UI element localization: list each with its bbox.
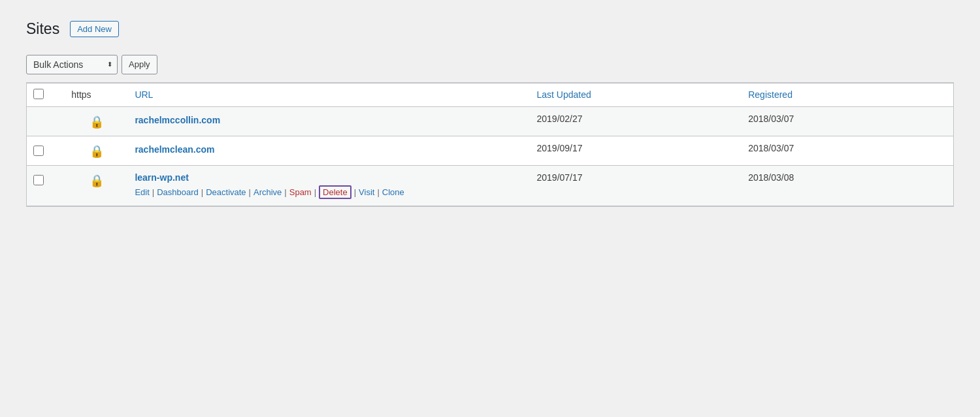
row-action-visit[interactable]: Visit xyxy=(359,187,374,197)
table-row: 🔒 rachelmclean.com 2019/09/17 2018/03/07 xyxy=(27,136,953,165)
table-row: 🔒 rachelmccollin.com 2019/02/27 2018/03/… xyxy=(27,106,953,136)
row-registered-cell: 2018/03/07 xyxy=(742,106,953,136)
bulk-actions-select[interactable]: Bulk Actions Delete xyxy=(26,55,118,74)
add-new-button[interactable]: Add New xyxy=(70,21,119,37)
row-url-cell: rachelmccollin.com xyxy=(128,106,530,136)
select-all-checkbox[interactable] xyxy=(33,89,44,99)
page-header: Sites Add New xyxy=(26,20,954,39)
row-action-clone[interactable]: Clone xyxy=(382,187,404,197)
lock-icon: 🔒 xyxy=(71,174,122,188)
row-last-updated-cell: 2019/09/17 xyxy=(530,136,742,165)
bulk-actions-wrapper: Bulk Actions Delete ⬍ xyxy=(26,55,118,74)
row-select-checkbox[interactable] xyxy=(33,175,44,185)
row-registered-cell: 2018/03/07 xyxy=(742,136,953,165)
sites-table: https URL Last Updated Registered 🔒 rach… xyxy=(27,83,953,206)
col-header-https: https xyxy=(65,83,128,106)
row-action-archive[interactable]: Archive xyxy=(253,187,282,197)
site-url-link[interactable]: rachelmclean.com xyxy=(135,144,214,155)
site-url-link[interactable]: rachelmccollin.com xyxy=(135,115,220,125)
row-checkbox-cell xyxy=(27,106,65,136)
separator: | xyxy=(152,187,154,197)
table-header-row: https URL Last Updated Registered xyxy=(27,83,953,106)
toolbar: Bulk Actions Delete ⬍ Apply xyxy=(26,55,954,74)
row-action-dashboard[interactable]: Dashboard xyxy=(157,187,199,197)
row-action-delete[interactable]: Delete xyxy=(319,185,351,199)
sites-table-wrapper: https URL Last Updated Registered 🔒 rach… xyxy=(26,82,954,207)
apply-button[interactable]: Apply xyxy=(122,55,157,74)
row-action-spam[interactable]: Spam xyxy=(289,187,312,197)
separator: | xyxy=(377,187,379,197)
separator: | xyxy=(314,187,316,197)
row-checkbox-cell xyxy=(27,165,65,206)
table-row: 🔒 learn-wp.net Edit | Dashboard | Deacti… xyxy=(27,165,953,206)
col-header-registered[interactable]: Registered xyxy=(742,83,953,106)
row-last-updated-cell: 2019/07/17 xyxy=(530,165,742,206)
col-header-last-updated[interactable]: Last Updated xyxy=(530,83,742,106)
page-title: Sites xyxy=(26,20,59,39)
separator: | xyxy=(201,187,203,197)
separator: | xyxy=(354,187,356,197)
col-header-url[interactable]: URL xyxy=(128,83,530,106)
row-https-cell: 🔒 xyxy=(65,165,128,206)
separator: | xyxy=(249,187,251,197)
row-checkbox-cell xyxy=(27,136,65,165)
row-url-cell: learn-wp.net Edit | Dashboard | Deactiva… xyxy=(128,165,530,206)
lock-icon: 🔒 xyxy=(71,115,122,129)
row-action-deactivate[interactable]: Deactivate xyxy=(206,187,246,197)
lock-icon: 🔒 xyxy=(71,144,122,159)
row-https-cell: 🔒 xyxy=(65,136,128,165)
row-last-updated-cell: 2019/02/27 xyxy=(530,106,742,136)
row-actions: Edit | Dashboard | Deactivate | Archive … xyxy=(135,185,523,199)
row-registered-cell: 2018/03/08 xyxy=(742,165,953,206)
row-url-cell: rachelmclean.com xyxy=(128,136,530,165)
row-action-edit[interactable]: Edit xyxy=(135,187,149,197)
row-select-checkbox[interactable] xyxy=(33,146,44,156)
select-all-header xyxy=(27,83,65,106)
row-https-cell: 🔒 xyxy=(65,106,128,136)
separator: | xyxy=(284,187,286,197)
site-url-link[interactable]: learn-wp.net xyxy=(135,172,188,183)
